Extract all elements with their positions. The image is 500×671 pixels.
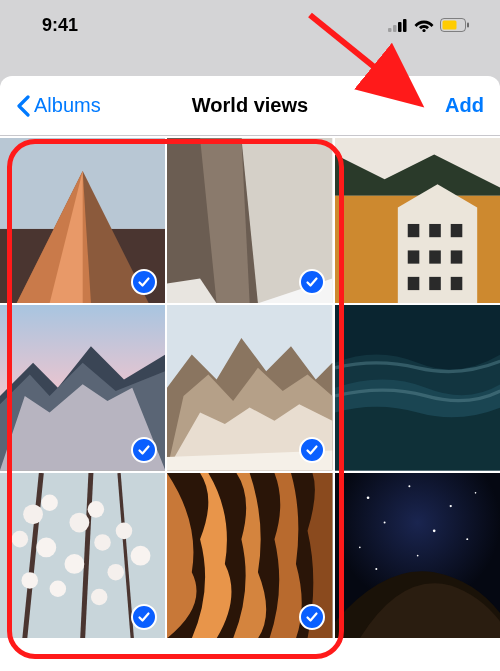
battery-icon [440, 18, 470, 32]
svg-point-63 [408, 485, 410, 487]
svg-point-64 [449, 505, 451, 507]
add-button[interactable]: Add [445, 94, 484, 117]
svg-point-58 [91, 588, 108, 605]
photo-thumbnail[interactable] [167, 138, 332, 303]
cellular-signal-icon [388, 19, 408, 32]
svg-rect-27 [429, 250, 441, 263]
svg-point-66 [383, 521, 385, 523]
svg-rect-28 [450, 250, 462, 263]
photo-thumbnail[interactable] [335, 305, 500, 470]
selection-check-icon [299, 269, 325, 295]
svg-point-70 [416, 554, 418, 556]
svg-rect-29 [407, 277, 419, 290]
svg-point-49 [36, 537, 56, 557]
svg-point-4 [422, 29, 425, 32]
svg-point-56 [107, 564, 124, 581]
svg-point-71 [375, 568, 377, 570]
svg-point-62 [366, 496, 369, 499]
back-label: Albums [34, 94, 101, 117]
svg-rect-23 [407, 224, 419, 237]
svg-point-65 [474, 492, 476, 494]
svg-point-67 [433, 529, 436, 532]
svg-rect-2 [398, 22, 402, 32]
svg-rect-1 [393, 25, 397, 32]
selection-check-icon [299, 604, 325, 630]
svg-point-48 [12, 531, 29, 548]
status-bar: 9:41 [0, 0, 500, 50]
photo-thumbnail[interactable] [0, 138, 165, 303]
svg-point-47 [41, 494, 58, 511]
page-title: World views [192, 94, 308, 117]
svg-point-57 [50, 580, 67, 597]
svg-rect-7 [467, 23, 469, 28]
svg-point-54 [116, 522, 133, 539]
svg-point-68 [359, 546, 361, 548]
photo-thumbnail[interactable] [0, 473, 165, 638]
svg-point-69 [466, 538, 468, 540]
svg-rect-30 [429, 277, 441, 290]
photo-thumbnail[interactable] [335, 473, 500, 638]
svg-point-50 [69, 512, 89, 532]
photo-grid [0, 138, 500, 638]
svg-rect-6 [443, 21, 457, 30]
photo-thumbnail[interactable] [167, 473, 332, 638]
svg-rect-0 [388, 28, 392, 32]
svg-rect-31 [450, 277, 462, 290]
svg-rect-24 [429, 224, 441, 237]
svg-rect-25 [450, 224, 462, 237]
svg-point-55 [131, 545, 151, 565]
svg-point-46 [23, 504, 43, 524]
status-time: 9:41 [42, 15, 78, 36]
chevron-left-icon [16, 95, 30, 117]
back-button[interactable]: Albums [16, 94, 101, 117]
selection-check-icon [131, 437, 157, 463]
wifi-icon [414, 18, 434, 32]
photo-thumbnail[interactable] [335, 138, 500, 303]
svg-rect-26 [407, 250, 419, 263]
status-icons [388, 18, 470, 32]
svg-point-53 [64, 554, 84, 574]
svg-point-52 [94, 534, 111, 551]
nav-header: Albums World views Add [0, 76, 500, 136]
photo-thumbnail[interactable] [0, 305, 165, 470]
photo-thumbnail[interactable] [167, 305, 332, 470]
selection-check-icon [299, 437, 325, 463]
svg-point-51 [88, 501, 105, 518]
svg-rect-3 [403, 19, 407, 32]
album-modal: Albums World views Add [0, 76, 500, 671]
svg-point-59 [21, 572, 38, 589]
